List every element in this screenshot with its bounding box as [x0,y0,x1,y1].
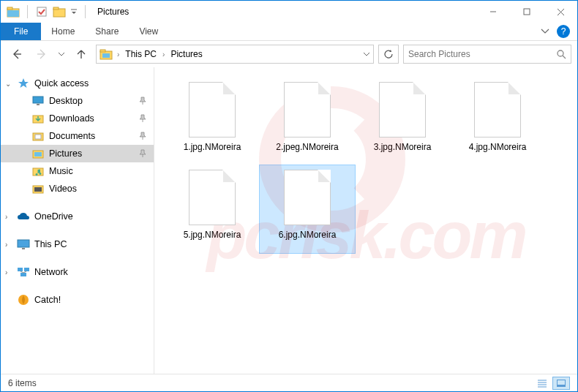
svg-rect-4 [53,9,65,17]
downloads-icon [31,112,45,125]
chevron-right-icon[interactable]: › [161,50,166,59]
ribbon: File Home Share View ? [1,23,577,41]
sidebar-item-label: OneDrive [34,211,73,222]
sidebar-quick-access[interactable]: ⌄ Quick access [1,75,154,92]
search-input[interactable] [408,49,556,59]
ribbon-expand-icon[interactable] [541,29,549,34]
tab-view[interactable]: View [129,23,168,40]
pin-icon [139,114,146,123]
file-item[interactable]: 4.jpg.NMoreira [450,78,545,165]
file-tab[interactable]: File [1,23,41,40]
tab-home[interactable]: Home [41,23,85,40]
file-name-label: 4.jpg.NMoreira [469,142,527,152]
qat-properties-icon[interactable] [34,4,50,20]
address-dropdown-icon[interactable] [363,52,370,56]
search-box[interactable] [403,45,571,64]
pin-icon [139,149,146,158]
sidebar-item-label: Music [49,166,73,176]
desktop-icon [31,94,45,108]
sidebar-item-label: Desktop [49,96,83,106]
svg-rect-28 [18,240,29,247]
chevron-right-icon[interactable]: › [5,241,7,249]
chevron-right-icon[interactable]: › [116,50,121,59]
sidebar-item-documents[interactable]: Documents [1,127,154,145]
minimize-button[interactable] [476,1,510,23]
svg-rect-30 [18,268,23,271]
svg-rect-42 [558,380,565,385]
maximize-button[interactable] [510,1,544,23]
file-icon [472,82,523,137]
sidebar-catch[interactable]: Catch! [1,291,154,309]
sidebar-item-label: Downloads [49,113,94,124]
svg-rect-14 [100,50,105,52]
music-icon [31,165,45,178]
star-icon [17,77,30,90]
file-icon [282,170,333,225]
sidebar-item-desktop[interactable]: Desktop [1,92,154,110]
svg-line-34 [23,271,26,273]
address-bar[interactable]: › This PC › Pictures [96,45,374,64]
file-icon [377,82,428,137]
file-name-label: 5.jpg.NMoreira [184,230,241,240]
explorer-window: Pictures File Home Share View ? › This P… [0,0,578,392]
file-item[interactable]: 2.jpeg.NMoreira [260,78,355,165]
svg-rect-8 [524,9,530,15]
thumbnails-view-button[interactable] [552,377,570,390]
explorer-icon [5,4,21,20]
sidebar-item-label: Network [34,267,68,277]
svg-rect-32 [20,273,26,276]
pin-icon [139,132,146,140]
back-button[interactable] [7,45,27,63]
sidebar-item-pictures[interactable]: Pictures [1,145,154,162]
search-icon[interactable] [556,49,566,59]
sidebar-item-videos[interactable]: Videos [1,180,154,197]
chevron-right-icon[interactable]: › [5,268,7,276]
catch-icon [17,293,30,306]
qat-dropdown-icon[interactable] [51,4,67,20]
svg-rect-2 [7,10,19,17]
sidebar-onedrive[interactable]: › OneDrive [1,208,154,225]
navigation-bar: › This PC › Pictures [1,41,577,67]
help-icon[interactable]: ? [557,25,570,38]
svg-rect-24 [34,152,42,157]
onedrive-icon [17,210,30,223]
refresh-button[interactable] [378,45,399,64]
svg-point-16 [558,50,563,56]
sidebar-item-label: This PC [34,239,67,249]
file-icon [282,82,333,137]
file-item[interactable]: 5.jpg.NMoreira [165,165,260,253]
svg-rect-31 [24,268,29,271]
chevron-right-icon[interactable]: › [5,213,7,221]
svg-rect-3 [37,7,46,16]
svg-rect-27 [34,187,42,192]
file-name-label: 3.jpg.NMoreira [374,142,432,152]
qat-overflow-icon[interactable] [69,4,79,20]
details-view-button[interactable] [533,377,551,390]
close-button[interactable] [544,1,577,23]
sidebar-item-music[interactable]: Music [1,162,154,180]
sidebar-network[interactable]: › Network [1,263,154,281]
sidebar-item-label: Quick access [34,78,89,88]
file-item[interactable]: 3.jpg.NMoreira [355,78,450,165]
svg-rect-18 [33,97,43,103]
sidebar-item-label: Catch! [34,295,61,305]
sidebar-this-pc[interactable]: › This PC [1,235,154,253]
pictures-icon [31,147,45,160]
navigation-pane: ⌄ Quick access Desktop Downloads Documen… [1,67,154,374]
status-bar: 6 items [1,374,577,391]
file-name-label: 1.jpg.NMoreira [184,142,241,152]
forward-button[interactable] [31,45,52,63]
tab-share[interactable]: Share [85,23,129,40]
file-list-pane[interactable]: pcrisk.com 1.jpg.NMoreira 2.jpeg.NMoreir… [154,67,577,374]
videos-icon [31,182,45,195]
chevron-down-icon[interactable]: ⌄ [5,80,11,88]
svg-rect-19 [37,104,40,105]
breadcrumb-this-pc[interactable]: This PC [124,49,158,59]
svg-rect-29 [22,248,25,249]
up-button[interactable] [71,45,91,63]
file-item[interactable]: 6.jpg.NMoreira [260,165,355,253]
sidebar-item-downloads[interactable]: Downloads [1,110,154,127]
recent-dropdown-icon[interactable] [56,45,67,63]
breadcrumb-current[interactable]: Pictures [169,49,203,59]
file-item[interactable]: 1.jpg.NMoreira [165,78,260,165]
